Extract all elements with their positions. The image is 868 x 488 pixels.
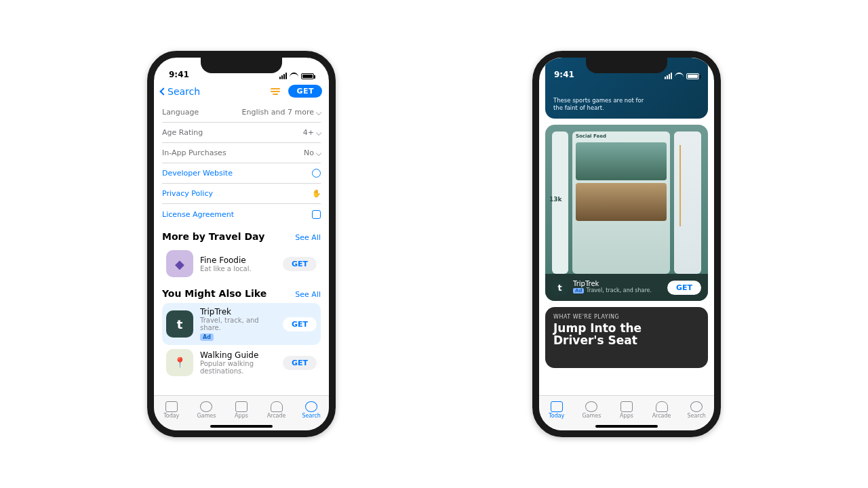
- tab-games[interactable]: Games: [574, 396, 610, 424]
- story-eyebrow: WHAT WE'RE PLAYING: [553, 314, 619, 320]
- compass-icon: [312, 169, 321, 178]
- app-name: Walking Guide: [200, 350, 276, 360]
- today-scroll[interactable]: These sports games are not for the faint…: [539, 58, 714, 395]
- get-button[interactable]: GET: [288, 85, 322, 98]
- app-icon: 📍: [166, 349, 193, 376]
- tab-today[interactable]: Today: [539, 396, 574, 424]
- get-button[interactable]: GET: [283, 257, 317, 271]
- games-icon: [200, 401, 212, 412]
- screenshot-3: [674, 131, 701, 274]
- ad-card-triptrek[interactable]: 13k Social Feed t: [545, 125, 708, 301]
- chevron-down-icon: [316, 150, 321, 155]
- today-icon: [551, 401, 563, 412]
- wifi-icon: [290, 73, 298, 79]
- story-title: Jump Into theDriver's Seat: [553, 322, 642, 346]
- app-subtitle: Eat like a local.: [200, 265, 276, 272]
- section-title: More by Travel Day: [162, 231, 264, 242]
- story-card-driver[interactable]: WHAT WE'RE PLAYING Jump Into theDriver's…: [545, 307, 708, 368]
- link-developer-website[interactable]: Developer Website: [162, 163, 321, 184]
- app-name: TripTrek: [573, 281, 662, 287]
- notch: [201, 56, 282, 73]
- tab-search[interactable]: Search: [294, 396, 329, 424]
- app-subtitle: Popular walking destinations.: [200, 360, 276, 375]
- get-button[interactable]: GET: [283, 317, 317, 331]
- document-icon: [312, 210, 321, 219]
- cellular-icon: [279, 73, 287, 79]
- tab-games[interactable]: Games: [189, 396, 224, 424]
- link-license-agreement[interactable]: License Agreement: [162, 204, 321, 224]
- tab-search[interactable]: Search: [679, 396, 714, 424]
- tab-apps[interactable]: Apps: [609, 396, 644, 424]
- app-icon: t: [552, 280, 568, 296]
- chevron-down-icon: [316, 109, 321, 115]
- info-row-iap[interactable]: In-App Purchases No: [162, 143, 321, 163]
- see-all-link[interactable]: See All: [295, 290, 321, 299]
- link-privacy-policy[interactable]: Privacy Policy ✋: [162, 184, 321, 204]
- story-caption: These sports games are not for the faint…: [553, 97, 648, 112]
- section-ymal: You Might Also Like See All: [162, 288, 321, 299]
- chevron-left-icon: [159, 87, 167, 95]
- tab-today[interactable]: Today: [154, 396, 189, 424]
- today-icon: [165, 401, 178, 412]
- chevron-down-icon: [316, 129, 321, 135]
- hand-icon: ✋: [312, 189, 321, 198]
- search-icon: [305, 401, 317, 412]
- phone-right: 9:41 These sports games are not for the …: [532, 51, 721, 437]
- content-scroll[interactable]: Language English and 7 more Age Rating 4…: [154, 102, 329, 395]
- screenshot-1: 13k: [552, 131, 568, 274]
- app-cell-walking-guide[interactable]: 📍 Walking Guide Popular walking destinat…: [162, 345, 321, 380]
- battery-icon: [686, 73, 699, 79]
- apps-icon: [235, 401, 248, 412]
- status-time: 9:41: [169, 70, 189, 79]
- section-more-by: More by Travel Day See All: [162, 231, 321, 242]
- games-icon: [585, 401, 597, 412]
- home-indicator[interactable]: [210, 425, 273, 428]
- app-cell-fine-foodie[interactable]: ◆ Fine Foodie Eat like a local. GET: [162, 246, 321, 281]
- app-cell-triptrek[interactable]: t TripTrek Travel, track, and share. Ad …: [162, 303, 321, 345]
- apps-icon: [620, 401, 633, 412]
- search-icon: [690, 401, 703, 412]
- section-title: You Might Also Like: [162, 288, 267, 299]
- nav-bar: Search GET: [154, 81, 329, 102]
- get-button[interactable]: GET: [667, 281, 701, 295]
- arcade-icon: [656, 401, 668, 412]
- app-name: TripTrek: [200, 307, 276, 317]
- info-row-language[interactable]: Language English and 7 more: [162, 102, 321, 123]
- get-button[interactable]: GET: [283, 356, 317, 370]
- app-subtitle: Travel, track, and share.: [200, 317, 276, 331]
- ad-card-footer: t TripTrek AdTravel, track, and share. G…: [545, 274, 708, 301]
- tab-arcade[interactable]: Arcade: [259, 396, 294, 424]
- filter-icon[interactable]: [271, 88, 280, 95]
- app-icon: t: [166, 310, 193, 338]
- app-name: Fine Foodie: [200, 256, 276, 265]
- back-label: Search: [167, 86, 200, 97]
- status-time: 9:41: [554, 70, 574, 79]
- ad-badge: Ad: [200, 333, 214, 341]
- phone-left: 9:41 Search GET Language E: [147, 51, 336, 437]
- see-all-link[interactable]: See All: [295, 233, 321, 242]
- cellular-icon: [665, 73, 672, 79]
- arcade-icon: [271, 401, 283, 412]
- tab-apps[interactable]: Apps: [224, 396, 259, 424]
- wifi-icon: [675, 73, 684, 79]
- screenshot-2: Social Feed: [572, 131, 670, 274]
- info-row-age[interactable]: Age Rating 4+: [162, 123, 321, 143]
- battery-icon: [301, 73, 314, 79]
- notch: [586, 56, 667, 73]
- home-indicator[interactable]: [595, 425, 658, 428]
- ad-badge: Ad: [573, 288, 584, 293]
- app-icon: ◆: [166, 250, 193, 277]
- tab-arcade[interactable]: Arcade: [644, 396, 679, 424]
- back-button[interactable]: Search: [161, 86, 200, 97]
